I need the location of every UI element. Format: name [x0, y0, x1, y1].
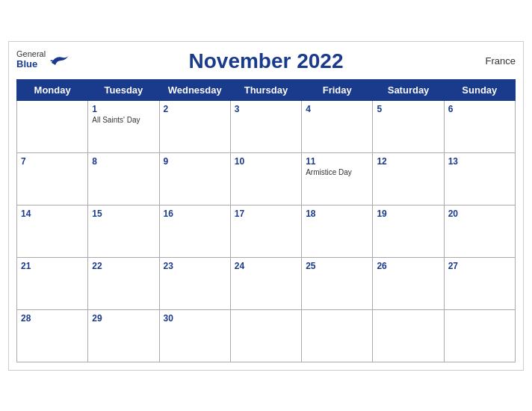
day-number: 17 [235, 208, 297, 219]
calendar-cell: 9 [159, 152, 230, 205]
calendar-tbody: 1All Saints' Day234567891011Armistice Da… [17, 100, 516, 362]
calendar-cell: 27 [444, 257, 515, 309]
day-number: 5 [377, 104, 439, 114]
calendar-cell: 5 [373, 100, 444, 152]
day-number: 30 [164, 313, 226, 324]
calendar-cell [17, 100, 88, 152]
day-number: 18 [306, 208, 368, 219]
calendar-cell: 10 [230, 152, 301, 205]
calendar-cell: 20 [444, 205, 515, 257]
logo-box: General Blue [16, 49, 70, 69]
weekday-header-row: MondayTuesdayWednesdayThursdayFridaySatu… [17, 79, 516, 100]
calendar-cell: 28 [17, 309, 88, 362]
calendar-cell: 26 [373, 257, 444, 309]
calendar-header: General Blue November 2022 France [16, 49, 516, 73]
day-number: 6 [448, 104, 511, 114]
calendar-cell: 8 [88, 152, 159, 205]
day-number: 12 [377, 156, 439, 167]
calendar-cell [230, 309, 301, 362]
day-number: 13 [448, 156, 511, 167]
country-label: France [486, 55, 516, 67]
logo-general: General [16, 49, 46, 58]
calendar-week-row: 282930 [17, 309, 516, 362]
calendar-week-row: 1All Saints' Day23456 [17, 100, 516, 152]
weekday-header-cell: Saturday [373, 79, 444, 100]
day-number: 3 [235, 104, 297, 114]
calendar-cell: 30 [159, 309, 230, 362]
calendar-cell: 29 [88, 309, 159, 362]
day-number: 8 [92, 156, 155, 167]
day-number: 4 [306, 104, 368, 114]
weekday-header-cell: Tuesday [88, 79, 159, 100]
day-number: 2 [164, 104, 226, 114]
calendar-week-row: 7891011Armistice Day1213 [17, 152, 516, 205]
weekday-header-cell: Friday [302, 79, 373, 100]
month-title: November 2022 [188, 49, 343, 73]
calendar-cell: 18 [302, 205, 373, 257]
logo-area: General Blue [16, 49, 70, 69]
day-number: 28 [21, 313, 84, 324]
day-number: 15 [92, 208, 155, 219]
day-number: 29 [92, 313, 155, 324]
calendar-container: General Blue November 2022 France Monday… [8, 41, 524, 371]
calendar-cell: 1All Saints' Day [88, 100, 159, 152]
day-number: 10 [235, 156, 297, 167]
day-number: 24 [235, 261, 297, 271]
calendar-cell: 15 [88, 205, 159, 257]
calendar-cell: 2 [159, 100, 230, 152]
calendar-cell: 3 [230, 100, 301, 152]
calendar-cell: 23 [159, 257, 230, 309]
day-number: 7 [21, 156, 84, 167]
calendar-cell: 11Armistice Day [302, 152, 373, 205]
weekday-header-cell: Monday [17, 79, 88, 100]
weekday-header-cell: Thursday [230, 79, 301, 100]
calendar-week-row: 14151617181920 [17, 205, 516, 257]
calendar-cell: 4 [302, 100, 373, 152]
calendar-cell: 25 [302, 257, 373, 309]
calendar-cell: 13 [444, 152, 515, 205]
calendar-cell: 22 [88, 257, 159, 309]
day-number: 27 [448, 261, 511, 271]
calendar-cell [373, 309, 444, 362]
calendar-cell: 17 [230, 205, 301, 257]
logo-bird-icon [48, 52, 70, 67]
calendar-thead: MondayTuesdayWednesdayThursdayFridaySatu… [17, 79, 516, 100]
day-number: 22 [92, 261, 155, 271]
day-number: 14 [21, 208, 84, 219]
logo-blue: Blue [16, 58, 46, 69]
day-number: 25 [306, 261, 368, 271]
calendar-week-row: 21222324252627 [17, 257, 516, 309]
day-number: 11 [306, 156, 368, 167]
day-number: 9 [164, 156, 226, 167]
calendar-cell: 19 [373, 205, 444, 257]
logo-text: General Blue [16, 49, 46, 69]
day-number: 19 [377, 208, 439, 219]
calendar-cell [444, 309, 515, 362]
day-number: 20 [448, 208, 511, 219]
calendar-cell: 14 [17, 205, 88, 257]
day-number: 16 [164, 208, 226, 219]
holiday-label: All Saints' Day [92, 116, 155, 124]
weekday-header-cell: Sunday [444, 79, 515, 100]
weekday-header-cell: Wednesday [159, 79, 230, 100]
calendar-cell: 21 [17, 257, 88, 309]
day-number: 1 [92, 104, 155, 114]
calendar-cell: 12 [373, 152, 444, 205]
holiday-label: Armistice Day [306, 168, 368, 176]
calendar-cell: 16 [159, 205, 230, 257]
calendar-table: MondayTuesdayWednesdayThursdayFridaySatu… [16, 79, 516, 362]
day-number: 21 [21, 261, 84, 271]
calendar-cell: 7 [17, 152, 88, 205]
calendar-cell: 24 [230, 257, 301, 309]
calendar-cell: 6 [444, 100, 515, 152]
day-number: 26 [377, 261, 439, 271]
calendar-cell [302, 309, 373, 362]
day-number: 23 [164, 261, 226, 271]
